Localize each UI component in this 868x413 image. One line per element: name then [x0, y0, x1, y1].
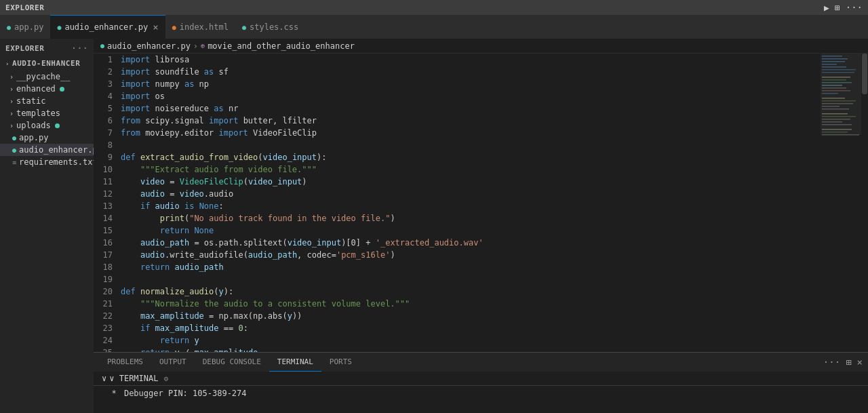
code-line: 24 return y [94, 334, 821, 347]
code-line: 13 if audio is None: [94, 200, 821, 212]
sidebar-item-label: audio_enhancer.py [19, 145, 94, 155]
tab-label: app.py [14, 22, 43, 32]
tab-label-active: audio_enhancer.py [64, 22, 148, 32]
bottom-panel: PROBLEMS OUTPUT DEBUG CONSOLE TERMINAL P… [94, 352, 868, 413]
explorer-more-icon[interactable]: ··· [71, 43, 88, 54]
breadcrumb-function-icon: ⊕ [201, 42, 205, 50]
sidebar-item-audio-enhancer[interactable]: ● audio_enhancer.py [0, 144, 94, 156]
panel-tab-ports[interactable]: PORTS [321, 353, 360, 372]
sidebar-item-label: __pycache__ [16, 72, 70, 81]
code-line: 7from moviepy.editor import VideoFileCli… [94, 127, 821, 139]
terminal-content[interactable]: * Debugger PIN: 105-389-274 127.0.0.1 --… [94, 386, 868, 413]
code-line: 3import numpy as np [94, 78, 821, 90]
code-line: 8 [94, 139, 821, 151]
panel-more-icon[interactable]: ··· [823, 357, 840, 368]
folder-arrow-icon: › [9, 85, 14, 93]
panel-tab-debug-console[interactable]: DEBUG CONSOLE [195, 353, 269, 372]
sidebar-item-apppy[interactable]: ● app.py [0, 132, 94, 144]
tab-audio-enhancer-py[interactable]: ● audio_enhancer.py × [50, 15, 165, 39]
tab-close-icon[interactable]: × [153, 22, 158, 32]
scrollbar-track[interactable] [861, 54, 868, 352]
code-line: 21 """Normalize the audio to a consisten… [94, 298, 821, 310]
sidebar-item-label: app.py [19, 133, 48, 142]
code-line: 19 [94, 273, 821, 286]
code-line: 17 audio.write_audiofile(audio_path, cod… [94, 249, 821, 261]
folder-arrow-icon: › [9, 110, 14, 117]
sidebar-section-header[interactable]: › AUDIO-ENHANCER [0, 56, 94, 71]
breadcrumb-sep-icon: › [193, 41, 198, 51]
sidebar-item-uploads[interactable]: › uploads [0, 119, 94, 132]
code-line: 23 if max_amplitude == 0: [94, 322, 821, 334]
breadcrumb-file[interactable]: audio_enhancer.py [107, 41, 191, 51]
tab-styles-css[interactable]: ● styles.css [235, 15, 305, 39]
panel-tabs-bar: PROBLEMS OUTPUT DEBUG CONSOLE TERMINAL P… [94, 353, 868, 372]
breadcrumb: ● audio_enhancer.py › ⊕ movie_and_other_… [94, 39, 868, 54]
folder-arrow-icon: › [9, 122, 14, 130]
breadcrumb-symbol: movie_and_other_audio_enhancer [208, 41, 355, 51]
html-icon: ● [172, 24, 176, 31]
scrollbar-thumb[interactable] [862, 54, 867, 94]
code-line: 22 max_amplitude = np.max(np.abs(y)) [94, 310, 821, 322]
sidebar-item-enhanced[interactable]: › enhanced [0, 83, 94, 95]
file-icon: ● [12, 134, 16, 142]
tabs-bar: ● app.py ● audio_enhancer.py × ● index.h… [0, 15, 868, 39]
code-line: 1import librosa [94, 54, 821, 66]
minimap-svg [821, 54, 861, 325]
code-editor[interactable]: 1import librosa 2import soundfile as sf … [94, 54, 821, 352]
minimap [821, 54, 861, 352]
tab-app-py[interactable]: ● app.py [0, 15, 50, 39]
terminal-line: 127.0.0.1 -- [09/Jun/2024 12:51:17] "GET… [102, 399, 860, 413]
sidebar-item-requirements[interactable]: ≡ requirements.txt [0, 156, 94, 168]
sidebar-item-pycache[interactable]: › __pycache__ [0, 71, 94, 83]
panel-tab-terminal[interactable]: TERMINAL [269, 353, 321, 372]
svg-rect-28 [821, 54, 861, 135]
panel-split-icon[interactable]: ⊞ [846, 357, 851, 368]
file-icon: ≡ [12, 159, 16, 166]
sidebar-item-label: uploads [16, 121, 51, 130]
terminal-line: * Debugger PIN: 105-389-274 [102, 387, 860, 399]
run-button[interactable]: ▶ [824, 3, 829, 13]
tab-index-html[interactable]: ● index.html [165, 15, 235, 39]
code-line: 4import os [94, 90, 821, 102]
terminal-label: ∨ TERMINAL [109, 374, 158, 383]
code-line: 20def normalize_audio(y): [94, 286, 821, 298]
code-line: 15 return None [94, 224, 821, 237]
split-editor-button[interactable]: ⊞ [835, 3, 840, 13]
terminal-collapse-icon[interactable]: ∨ [102, 374, 106, 383]
sidebar-item-label: enhanced [16, 84, 56, 94]
sidebar-item-label: requirements.txt [19, 157, 94, 167]
explorer-header: EXPLORER [5, 44, 44, 53]
code-line: 2import soundfile as sf [94, 66, 821, 78]
tab-label: styles.css [250, 22, 298, 32]
code-line: 11 video = VideoFileClip(video_input) [94, 176, 821, 188]
section-title: AUDIO-ENHANCER [12, 59, 80, 68]
panel-close-icon[interactable]: × [857, 357, 863, 368]
code-line: 18 return audio_path [94, 261, 821, 273]
modified-dot-icon [60, 87, 64, 92]
more-actions-button[interactable]: ··· [846, 2, 863, 13]
sidebar-item-static[interactable]: › static [0, 95, 94, 107]
file-icon: ● [12, 146, 16, 154]
code-line: 14 print("No audio track found in the vi… [94, 212, 821, 224]
panel-tab-problems[interactable]: PROBLEMS [99, 353, 151, 372]
sidebar-item-templates[interactable]: › templates [0, 107, 94, 119]
breadcrumb-py-icon: ● [100, 42, 104, 50]
sidebar-item-label: static [16, 96, 45, 106]
code-line: 16 audio_path = os.path.splitext(video_i… [94, 237, 821, 249]
css-icon: ● [242, 24, 246, 31]
panel-tab-output[interactable]: OUTPUT [151, 353, 195, 372]
code-line: 25 return y / max_amplitude [94, 347, 821, 352]
terminal-settings-icon[interactable]: ⚙ [163, 374, 168, 383]
terminal-bullet-icon: * [102, 387, 117, 399]
code-line: 5import noisereduce as nr [94, 102, 821, 115]
terminal-text: Debugger PIN: 105-389-274 [119, 387, 247, 399]
code-line: 9def extract_audio_from_video(video_inpu… [94, 151, 821, 163]
terminal-header: ∨ ∨ TERMINAL ⚙ [94, 372, 868, 386]
code-line: 6from scipy.signal import butter, lfilte… [94, 115, 821, 127]
tab-label: index.html [180, 22, 229, 32]
py-icon: ● [7, 24, 11, 31]
explorer-title: EXPLORER [5, 3, 44, 12]
py-active-icon: ● [57, 24, 61, 31]
folder-arrow-icon: › [9, 98, 14, 105]
code-line: 10 """Extract audio from video file.""" [94, 163, 821, 176]
